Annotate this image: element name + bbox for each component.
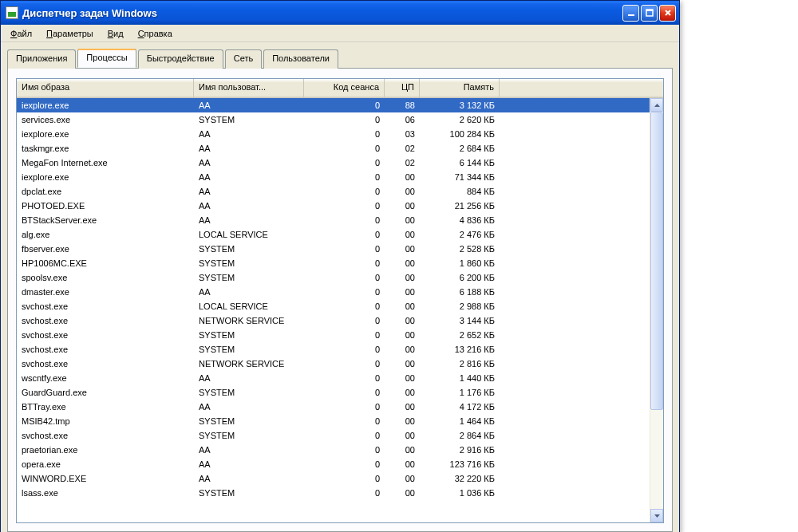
cell-memory: 100 284 КБ <box>420 129 500 139</box>
scroll-down-button[interactable] <box>650 509 663 522</box>
process-row[interactable]: spoolsv.exeSYSTEM0006 200 КБ <box>17 270 650 285</box>
titlebar[interactable]: Диспетчер задач Windows <box>1 1 679 25</box>
cell-user-name: SYSTEM <box>194 416 304 426</box>
cell-memory: 2 864 КБ <box>420 431 500 440</box>
cell-user-name: SYSTEM <box>194 115 304 124</box>
cell-user-name: NETWORK SERVICE <box>194 316 304 325</box>
process-row[interactable]: iexplore.exeAA0883 132 КБ <box>17 98 650 112</box>
process-row[interactable]: dmaster.exeAA0006 188 КБ <box>17 285 650 299</box>
tab-network[interactable]: Сеть <box>225 49 262 69</box>
process-row[interactable]: lsass.exeSYSTEM0001 036 КБ <box>17 486 650 500</box>
col-header-user[interactable]: Имя пользоват... <box>194 79 304 97</box>
menu-help-rest: правка <box>144 29 172 38</box>
process-row[interactable]: svchost.exeSYSTEM00013 216 КБ <box>17 342 650 357</box>
cell-image-name: BTTray.exe <box>17 402 194 412</box>
process-row[interactable]: PHOTOED.EXEAA00021 256 КБ <box>17 199 650 213</box>
process-row[interactable]: MSIB42.tmpSYSTEM0001 464 КБ <box>17 414 650 428</box>
cell-user-name: SYSTEM <box>194 388 304 397</box>
scroll-track[interactable] <box>650 112 663 509</box>
tab-processes[interactable]: Процессы <box>77 49 136 68</box>
process-row[interactable]: svchost.exeSYSTEM0002 652 КБ <box>17 328 650 342</box>
cell-image-name: iexplore.exe <box>17 129 194 139</box>
cell-session-id: 0 <box>304 273 385 282</box>
process-row[interactable]: MegaFon Internet.exeAA0026 144 КБ <box>17 156 650 170</box>
tab-applications[interactable]: Приложения <box>7 49 76 69</box>
process-row[interactable]: opera.exeAA000123 716 КБ <box>17 457 650 471</box>
cell-cpu: 03 <box>385 129 420 139</box>
cell-user-name: LOCAL SERVICE <box>194 230 304 239</box>
cell-memory: 3 144 КБ <box>420 316 500 325</box>
process-row[interactable]: alg.exeLOCAL SERVICE0002 476 КБ <box>17 227 650 242</box>
tab-row: Приложения Процессы Быстродействие Сеть … <box>7 49 673 68</box>
process-row[interactable]: dpclat.exeAA000884 КБ <box>17 184 650 199</box>
cell-cpu: 00 <box>385 345 420 354</box>
process-row[interactable]: svchost.exeLOCAL SERVICE0002 988 КБ <box>17 299 650 313</box>
cell-memory: 32 220 КБ <box>420 474 500 483</box>
cell-session-id: 0 <box>304 402 385 412</box>
svg-rect-2 <box>646 10 653 11</box>
cell-user-name: AA <box>194 144 304 153</box>
process-row[interactable]: svchost.exeNETWORK SERVICE0002 816 КБ <box>17 357 650 371</box>
process-row[interactable]: iexplore.exeAA003100 284 КБ <box>17 127 650 141</box>
tab-performance[interactable]: Быстродействие <box>138 49 223 69</box>
scroll-thumb[interactable] <box>650 112 663 410</box>
process-row[interactable]: WINWORD.EXEAA00032 220 КБ <box>17 471 650 486</box>
col-header-session[interactable]: Код сеанса <box>304 79 385 97</box>
close-icon <box>664 9 672 17</box>
process-row[interactable]: HP1006MC.EXESYSTEM0001 860 КБ <box>17 256 650 270</box>
col-header-memory[interactable]: Память <box>420 79 500 97</box>
cell-user-name: SYSTEM <box>194 330 304 340</box>
process-row[interactable]: fbserver.exeSYSTEM0002 528 КБ <box>17 242 650 256</box>
cell-memory: 2 528 КБ <box>420 244 500 254</box>
cell-cpu: 00 <box>385 402 420 412</box>
process-row[interactable]: svchost.exeNETWORK SERVICE0003 144 КБ <box>17 313 650 328</box>
cell-session-id: 0 <box>304 431 385 440</box>
col-header-image[interactable]: Имя образа <box>17 79 194 97</box>
process-row[interactable]: BTTray.exeAA0004 172 КБ <box>17 400 650 414</box>
cell-memory: 4 836 КБ <box>420 215 500 225</box>
cell-cpu: 06 <box>385 115 420 124</box>
process-row[interactable]: svchost.exeSYSTEM0002 864 КБ <box>17 428 650 443</box>
process-row[interactable]: services.exeSYSTEM0062 620 КБ <box>17 112 650 127</box>
cell-session-id: 0 <box>304 129 385 139</box>
cell-memory: 1 036 КБ <box>420 488 500 498</box>
cell-memory: 2 916 КБ <box>420 445 500 455</box>
cell-user-name: AA <box>194 100 304 110</box>
vertical-scrollbar[interactable] <box>650 98 663 522</box>
cell-image-name: taskmgr.exe <box>17 144 194 153</box>
cell-session-id: 0 <box>304 445 385 455</box>
cell-session-id: 0 <box>304 287 385 297</box>
tab-users[interactable]: Пользователи <box>263 49 338 69</box>
task-manager-window: Диспетчер задач Windows Файл Пар <box>0 0 680 532</box>
close-button[interactable] <box>659 5 676 22</box>
cell-image-name: opera.exe <box>17 459 194 469</box>
process-row[interactable]: GuardGuard.exeSYSTEM0001 176 КБ <box>17 385 650 400</box>
cell-memory: 4 172 КБ <box>420 402 500 412</box>
menu-view[interactable]: Вид <box>101 27 130 40</box>
cell-session-id: 0 <box>304 100 385 110</box>
process-row[interactable]: taskmgr.exeAA0022 684 КБ <box>17 141 650 156</box>
menu-params[interactable]: Параметры <box>40 27 100 40</box>
tab-panel-processes: Имя образа Имя пользоват... Код сеанса Ц… <box>7 68 673 532</box>
cell-cpu: 00 <box>385 301 420 311</box>
process-row[interactable]: praetorian.exeAA0002 916 КБ <box>17 443 650 457</box>
cell-cpu: 00 <box>385 273 420 282</box>
cell-user-name: SYSTEM <box>194 244 304 254</box>
minimize-button[interactable] <box>622 5 639 22</box>
cell-session-id: 0 <box>304 158 385 167</box>
maximize-button[interactable] <box>641 5 658 22</box>
cell-user-name: AA <box>194 373 304 383</box>
process-row[interactable]: wscntfy.exeAA0001 440 КБ <box>17 371 650 385</box>
cell-image-name: svchost.exe <box>17 431 194 440</box>
listview-rows[interactable]: iexplore.exeAA0883 132 КБservices.exeSYS… <box>17 98 650 522</box>
menu-file[interactable]: Файл <box>4 27 38 40</box>
cell-session-id: 0 <box>304 301 385 311</box>
scroll-up-button[interactable] <box>650 98 663 112</box>
process-row[interactable]: iexplore.exeAA00071 344 КБ <box>17 170 650 184</box>
listview-body: iexplore.exeAA0883 132 КБservices.exeSYS… <box>17 98 663 522</box>
menu-help[interactable]: Справка <box>132 27 179 40</box>
col-header-cpu[interactable]: ЦП <box>385 79 420 97</box>
cell-session-id: 0 <box>304 416 385 426</box>
cell-session-id: 0 <box>304 230 385 239</box>
process-row[interactable]: BTStackServer.exeAA0004 836 КБ <box>17 213 650 227</box>
